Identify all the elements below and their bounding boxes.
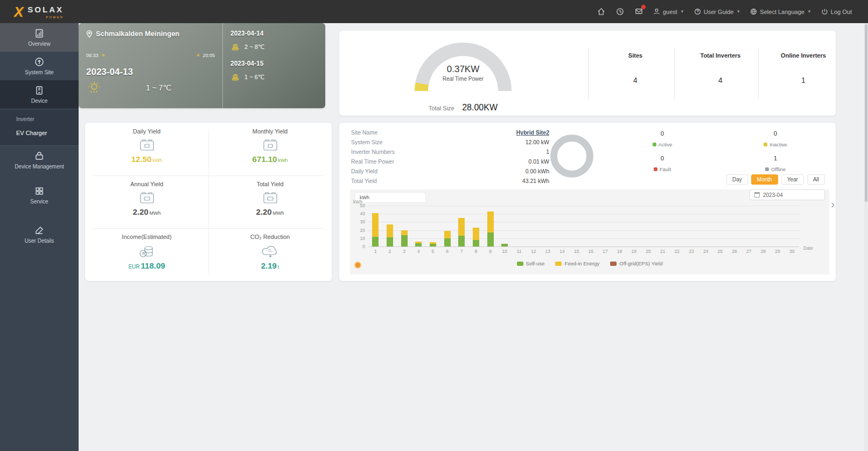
divider: [588, 48, 589, 100]
stat-value: 1: [760, 76, 846, 84]
summary-card: 0.37KW Real Time Power Total Size 28.00K…: [339, 31, 836, 116]
date-picker[interactable]: 2023-04: [750, 189, 825, 200]
sidebar-item-overview[interactable]: Overview: [0, 23, 79, 52]
yield-bar-chart: kWh kWh 01020304050 Date Self-useFeed-in…: [350, 189, 829, 274]
site-name-link[interactable]: Hybrid Site2: [516, 129, 549, 136]
sidebar-item-service[interactable]: Service: [0, 181, 79, 209]
stat-online-inverters: Online Inverters 1: [760, 52, 846, 84]
bar-segment: [487, 212, 494, 233]
gridline: [368, 222, 799, 222]
bar-segment: [444, 238, 451, 246]
yield-label: Annual Yield: [85, 181, 208, 187]
real-time-power-label: Real Time Power: [393, 76, 533, 82]
range-year-button[interactable]: Year: [781, 174, 804, 185]
legend-label: Feed-in Energy: [564, 260, 599, 266]
home-icon[interactable]: [597, 7, 606, 16]
legend-item[interactable]: Off-grid(EPS) Yield: [610, 260, 662, 266]
carousel-next-arrow[interactable]: ›: [831, 198, 835, 210]
user-menu[interactable]: guest ▼: [653, 8, 684, 15]
sidebar-item-user-details[interactable]: User Details: [0, 220, 79, 249]
x-tick-label: 19: [627, 249, 641, 254]
sidebar-item-label: Device Management: [15, 164, 64, 170]
x-tick-label: 12: [526, 249, 541, 254]
legend-swatch: [610, 262, 617, 266]
stat-value: 4: [592, 76, 678, 84]
co2-reduction-card: CO₂ Reduction O₂ 2.19t: [208, 228, 332, 281]
bar-segment: [458, 218, 465, 236]
x-tick-label: 27: [741, 249, 756, 254]
brand-subtitle: POWER: [27, 16, 64, 19]
sidebar-item-system-site[interactable]: System Site: [0, 52, 79, 80]
bar-segment: [473, 240, 479, 246]
unit-select[interactable]: kWh: [355, 193, 425, 202]
calendar-icon: [754, 192, 760, 198]
sidebar-item-label: User Details: [25, 238, 54, 244]
yield-value: 12.50kWh: [85, 154, 208, 164]
range-all-button[interactable]: All: [807, 174, 825, 185]
chart-marker-icon[interactable]: [354, 262, 361, 269]
x-tick-label: 1: [368, 249, 383, 254]
x-tick-label: 2: [383, 249, 397, 254]
language-menu[interactable]: Select Language ▼: [750, 8, 811, 15]
status-dot: [764, 143, 767, 146]
chevron-down-icon: ▼: [736, 9, 740, 14]
alarm-icon[interactable]: [615, 7, 625, 16]
sidebar-item-label: Overview: [28, 41, 51, 47]
x-tick-label: 6: [440, 249, 454, 254]
solax-x-icon: X: [14, 5, 23, 19]
y-tick-label: 10: [352, 236, 365, 241]
stat-value: 4: [677, 76, 764, 84]
legend-item[interactable]: Self-use: [517, 260, 545, 266]
date-picker-value: 2023-04: [763, 192, 783, 198]
stat-label: Sites: [592, 52, 678, 59]
x-tick-label: 4: [411, 249, 426, 254]
svg-text:O₂: O₂: [268, 249, 272, 252]
status-dot: [653, 143, 656, 146]
scrollbar-thumb[interactable]: [865, 24, 867, 202]
daily-yield-card: Daily Yield 12.50kWh: [85, 123, 208, 175]
gridline: [368, 206, 799, 206]
bar-segment: [415, 243, 422, 246]
page-scrollbar: [864, 23, 868, 451]
stat-label: Online Inverters: [760, 52, 846, 59]
bar-segment: [430, 242, 436, 244]
user-guide-menu[interactable]: User Guide ▼: [694, 8, 741, 15]
status-inactive: 0 Inactive: [746, 130, 805, 147]
annual-yield-card: Annual Yield 2.20MWh: [85, 175, 208, 228]
range-month-button[interactable]: Month: [751, 174, 778, 185]
logout-button[interactable]: Log Out: [821, 8, 852, 15]
yield-value: 671.10kWh: [208, 154, 332, 164]
x-tick-label: 10: [498, 249, 512, 254]
total-size-value: 28.00KW: [462, 103, 498, 112]
inverter-status-donut: [550, 135, 593, 178]
yield-label: Monthly Yield: [208, 128, 332, 135]
chevron-down-icon: ▼: [680, 9, 684, 14]
detail-row-site-name: Site Name Hybrid Site2: [351, 129, 549, 139]
yield-value: 2.20MWh: [85, 207, 208, 217]
x-tick-label: 21: [655, 249, 670, 254]
sidebar-item-device[interactable]: Device: [0, 80, 79, 109]
sunset-icon: ☀: [195, 53, 200, 58]
submenu-item-inverter[interactable]: Inverter: [0, 112, 79, 126]
bar-segment: [444, 231, 451, 238]
weather-today-temp: 1 ~ 7℃: [102, 83, 215, 92]
sidebar-item-label: Service: [30, 199, 48, 205]
main-content: Schmalkalden Meiningen 06:33 ☀ ☀ 20:05 2…: [79, 23, 868, 451]
range-day-button[interactable]: Day: [726, 174, 748, 185]
bar-segment: [430, 244, 436, 246]
total-yield-card: Total Yield 2.20MWh: [208, 175, 332, 228]
message-icon[interactable]: [634, 7, 643, 16]
sun-cloud-icon: [230, 43, 240, 51]
legend-item[interactable]: Feed-in Energy: [555, 260, 599, 266]
logout-label: Log Out: [831, 9, 852, 15]
gridline: [368, 214, 799, 214]
submenu-item-ev-charger[interactable]: EV Charger: [0, 126, 79, 140]
x-tick-label: 29: [771, 249, 785, 254]
sun-rain-icon: [86, 81, 102, 95]
sidebar-item-device-management[interactable]: Device Management: [0, 146, 79, 174]
x-tick-label: 28: [756, 249, 771, 254]
x-tick-label: 5: [426, 249, 440, 254]
x-tick-label: 26: [727, 249, 742, 254]
user-name: guest: [663, 9, 677, 15]
x-tick-label: 3: [397, 249, 411, 254]
